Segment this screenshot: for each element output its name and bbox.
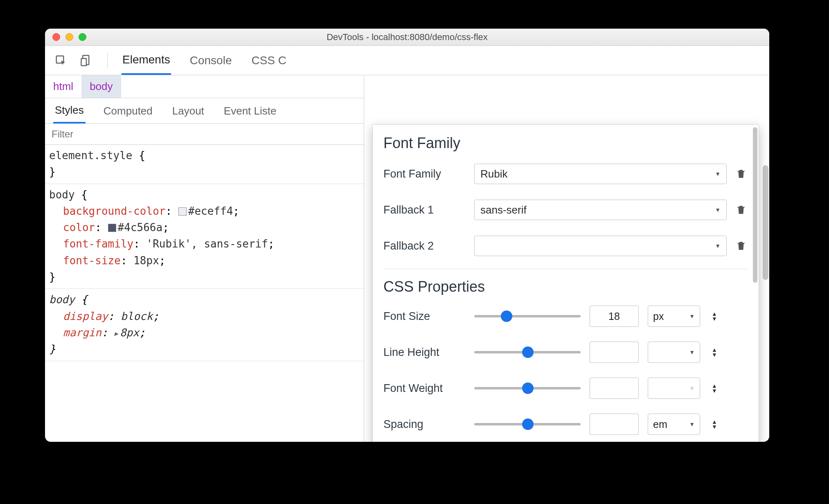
spacing-stepper[interactable]: ▲ ▼ xyxy=(709,420,720,429)
selector-text: body xyxy=(49,189,75,201)
delete-icon[interactable] xyxy=(736,205,748,215)
caret-down-icon[interactable]: ▼ xyxy=(712,317,717,321)
main-tabs: Elements Console CSS C xyxy=(122,46,287,75)
font-weight-slider[interactable] xyxy=(474,387,581,389)
subtab-styles[interactable]: Styles xyxy=(53,98,86,124)
prop-background-color[interactable]: background-color: #eceff4; xyxy=(49,203,360,219)
inspect-element-icon[interactable] xyxy=(54,54,68,68)
rule-body-ua[interactable]: body { display: block; margin: ▶8px; } xyxy=(45,289,364,361)
color-swatch-icon[interactable] xyxy=(108,224,116,232)
chevron-down-icon: ▼ xyxy=(689,313,695,320)
font-size-row: Font Size 18 px ▼ ▲ ▼ xyxy=(383,304,748,328)
rule-body-1[interactable]: body { background-color: #eceff4; color:… xyxy=(45,184,364,289)
caret-down-icon[interactable]: ▼ xyxy=(712,425,717,429)
caret-down-icon[interactable]: ▼ xyxy=(712,353,717,357)
breadcrumb-html[interactable]: html xyxy=(45,75,81,98)
font-size-slider[interactable] xyxy=(474,315,581,317)
fallback-1-row: Fallback 1 sans-serif ▼ xyxy=(383,197,748,223)
spacing-row: Spacing em ▼ ▲ ▼ xyxy=(383,412,748,436)
line-height-input[interactable] xyxy=(590,342,639,363)
rule-element-style[interactable]: element.style { } xyxy=(45,145,364,184)
chevron-down-icon: ▼ xyxy=(715,171,721,177)
divider xyxy=(383,269,748,269)
row-label: Fallback 2 xyxy=(383,240,465,252)
prop-font-family[interactable]: font-family: 'Rubik', sans-serif; xyxy=(49,236,360,252)
font-family-select[interactable]: Rubik ▼ xyxy=(474,164,727,184)
prop-font-size[interactable]: font-size: 18px; xyxy=(49,252,360,269)
content-area: html body Styles Computed Layout Event L… xyxy=(45,75,769,442)
window-title: DevTools - localhost:8080/demo/css-flex xyxy=(45,32,769,43)
subtab-event-listeners[interactable]: Event Liste xyxy=(222,99,278,123)
delete-icon[interactable] xyxy=(736,241,748,251)
prop-color[interactable]: color: #4c566a; xyxy=(49,219,360,236)
chevron-down-icon: ▼ xyxy=(715,243,721,249)
font-weight-input[interactable] xyxy=(590,378,639,399)
line-height-slider[interactable] xyxy=(474,351,581,353)
line-height-row: Line Height ▼ ▲ ▼ xyxy=(383,340,748,364)
font-family-row: Font Family Rubik ▼ xyxy=(383,161,748,187)
row-label: Font Size xyxy=(383,310,465,323)
breadcrumb-body[interactable]: body xyxy=(81,75,121,98)
popover-scrollbar-thumb[interactable] xyxy=(753,127,757,283)
font-weight-stepper[interactable]: ▲ ▼ xyxy=(709,384,720,393)
row-label: Spacing xyxy=(383,418,465,431)
fallback-2-select[interactable]: ▼ xyxy=(474,236,727,256)
scrollbar-thumb[interactable] xyxy=(763,165,768,280)
section-title-font-family: Font Family xyxy=(383,135,748,152)
spacing-input[interactable] xyxy=(590,414,639,435)
row-label: Font Weight xyxy=(383,382,465,395)
section-title-css-properties: CSS Properties xyxy=(383,278,748,295)
subtab-computed[interactable]: Computed xyxy=(102,99,154,123)
selector-text: element.style xyxy=(49,149,133,162)
svg-rect-2 xyxy=(81,59,87,66)
font-size-unit-select[interactable]: px ▼ xyxy=(648,306,700,327)
tab-css-overview[interactable]: CSS C xyxy=(250,47,287,74)
font-size-stepper[interactable]: ▲ ▼ xyxy=(709,312,720,321)
line-height-unit-select[interactable]: ▼ xyxy=(648,342,700,363)
dom-breadcrumb: html body xyxy=(45,75,364,98)
sidebar-tabs: Styles Computed Layout Event Liste xyxy=(45,98,364,124)
fallback-1-select[interactable]: sans-serif ▼ xyxy=(474,200,727,220)
device-toolbar-icon[interactable] xyxy=(79,54,93,68)
styles-filter xyxy=(45,124,364,145)
font-weight-unit-select[interactable]: ▼ xyxy=(648,378,700,399)
filter-input[interactable] xyxy=(52,128,357,140)
prop-display[interactable]: display: block; xyxy=(49,308,360,324)
prop-margin[interactable]: margin: ▶8px; xyxy=(49,324,360,341)
font-weight-row: Font Weight ▼ ▲ ▼ xyxy=(383,376,748,400)
fallback-2-row: Fallback 2 ▼ xyxy=(383,233,748,259)
titlebar: DevTools - localhost:8080/demo/css-flex xyxy=(45,29,769,46)
line-height-stepper[interactable]: ▲ ▼ xyxy=(709,348,720,357)
tab-elements[interactable]: Elements xyxy=(122,46,171,75)
styles-list: element.style { } body { background-colo… xyxy=(45,145,364,442)
chevron-down-icon: ▼ xyxy=(689,421,695,428)
font-editor-popover: Font Family Font Family Rubik ▼ Fallback… xyxy=(372,124,759,442)
tab-console[interactable]: Console xyxy=(189,47,233,74)
chevron-down-icon: ▼ xyxy=(715,207,721,213)
chevron-down-icon: ▼ xyxy=(689,385,695,392)
devtools-toolbar: Elements Console CSS C xyxy=(45,46,769,75)
toolbar-separator xyxy=(107,53,108,68)
color-swatch-icon[interactable] xyxy=(178,207,187,216)
expand-shorthand-icon[interactable]: ▶ xyxy=(114,329,118,339)
selector-text: body xyxy=(49,293,75,306)
subtab-layout[interactable]: Layout xyxy=(171,99,206,123)
spacing-unit-select[interactable]: em ▼ xyxy=(648,414,700,435)
font-size-input[interactable]: 18 xyxy=(590,306,639,327)
row-label: Font Family xyxy=(383,168,465,180)
row-label: Fallback 1 xyxy=(383,204,465,216)
styles-panel: html body Styles Computed Layout Event L… xyxy=(45,75,364,442)
chevron-down-icon: ▼ xyxy=(689,349,695,356)
devtools-window: DevTools - localhost:8080/demo/css-flex … xyxy=(45,29,769,442)
caret-down-icon[interactable]: ▼ xyxy=(712,389,717,393)
row-label: Line Height xyxy=(383,346,465,359)
spacing-slider[interactable] xyxy=(474,423,581,425)
delete-icon[interactable] xyxy=(736,169,748,179)
